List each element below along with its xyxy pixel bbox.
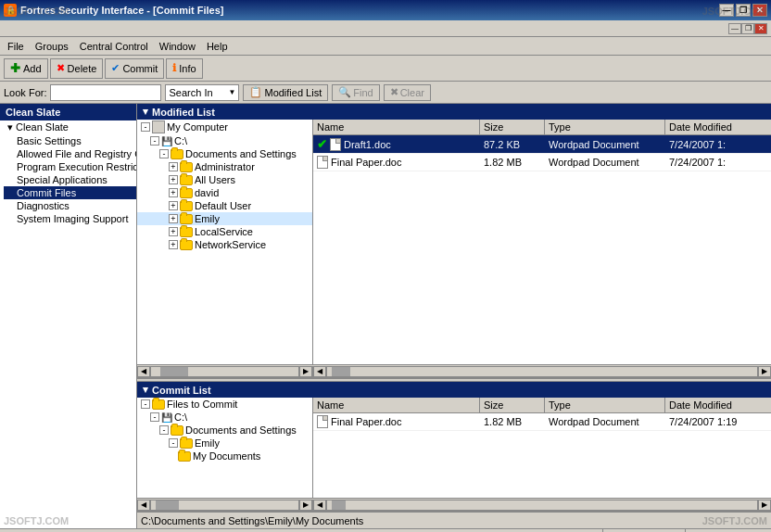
sidebar-item-system-imaging[interactable]: System Imaging Support [4, 212, 136, 225]
cl-tree-scrollbar: ◀ ▶ [137, 500, 313, 511]
expander-allusers[interactable]: + [169, 175, 178, 184]
ml-file-name-0: ✔ Draft1.doc [313, 135, 480, 153]
modified-list-tree[interactable]: - My Computer - 💾 C:\ - Documents and Se… [137, 120, 313, 364]
ml-scrollbar-h-right[interactable] [326, 366, 758, 377]
ml-file-scroll-left[interactable]: ◀ [313, 366, 326, 377]
menu-item-help[interactable]: Help [201, 39, 234, 54]
sub-close-button[interactable]: ✕ [754, 23, 767, 34]
ml-tree-defaultuser[interactable]: + Default User [137, 199, 312, 212]
expander-c[interactable]: - [150, 136, 159, 146]
sidebar-item-allowed-file[interactable]: Allowed File and Registry Operations [4, 147, 136, 160]
ml-scrollbar-thumb-right [332, 367, 350, 376]
sidebar-item-program-exec[interactable]: Program Execution Restrictions [4, 160, 136, 173]
folder-admin-icon [180, 162, 193, 172]
expander-localservice[interactable]: + [169, 227, 178, 236]
add-button[interactable]: ✚ Add [4, 58, 48, 79]
cl-tree-mydocs[interactable]: My Documents [137, 450, 312, 462]
expander-cl-emily[interactable]: - [169, 438, 178, 448]
ml-tree-david[interactable]: + david [137, 186, 312, 199]
folder-defaultuser-icon [180, 201, 193, 211]
commit-list-scroll-area: ◀ ▶ ◀ ▶ [137, 498, 771, 511]
expander-mycomputer[interactable]: - [141, 122, 150, 132]
expand-icon: ▾ [7, 121, 16, 133]
sub-minimize-button[interactable]: — [728, 23, 741, 34]
minimize-button[interactable]: — [719, 4, 734, 17]
search-in-dropdown[interactable]: Search In ▼ [165, 84, 239, 101]
computer-icon [152, 120, 165, 133]
expander-david[interactable]: + [169, 188, 178, 197]
expander-cl-files[interactable]: - [141, 399, 150, 409]
cl-tree-c[interactable]: - 💾 C:\ [137, 411, 312, 424]
sidebar-item-special-apps[interactable]: Special Applications [4, 173, 136, 186]
cl-file-scroll-right[interactable]: ▶ [758, 500, 771, 511]
commit-list-tree[interactable]: - Files to Commit - 💾 C:\ - Documents an… [137, 398, 313, 498]
close-button[interactable]: ✕ [752, 4, 767, 17]
ml-tree-emily[interactable]: + Emily [137, 212, 312, 225]
ml-tree-allusers[interactable]: + All Users [137, 173, 312, 186]
clear-button[interactable]: ✖ Clear [384, 84, 431, 101]
sidebar-item-basic-settings[interactable]: Basic Settings [4, 134, 136, 147]
search-input[interactable] [50, 84, 161, 101]
ml-tree-mycomputer[interactable]: - My Computer [137, 120, 312, 134]
ml-tree-c[interactable]: - 💾 C:\ [137, 134, 312, 147]
folder-david-icon [180, 188, 193, 198]
ml-tree-networkservice[interactable]: + NetworkService [137, 238, 312, 251]
find-button[interactable]: 🔍 Find [332, 84, 379, 101]
cl-file-name-0: Final Paper.doc [313, 413, 480, 430]
col-date: Date Modified [665, 120, 771, 134]
ml-tree-administrator[interactable]: + Administrator [137, 160, 312, 173]
cl-tree-emily[interactable]: - Emily [137, 437, 312, 450]
sidebar-tree: ▾ Clean Slate Basic Settings Allowed Fil… [0, 120, 136, 225]
expander-cl-docs[interactable]: - [159, 425, 169, 435]
commit-button[interactable]: ✔ Commit [105, 58, 164, 79]
commit-list-file-pane: Name Size Type Date Modified Final Paper… [313, 398, 771, 498]
folder-localservice-icon [180, 227, 193, 237]
cl-scroll-left[interactable]: ◀ [137, 500, 150, 511]
ml-scroll-right[interactable]: ▶ [299, 366, 312, 377]
restore-button[interactable]: ❐ [736, 4, 751, 17]
expander-emily[interactable]: + [169, 214, 178, 223]
folder-docs-icon [171, 149, 183, 159]
drive-icon: 💾 [161, 136, 172, 146]
cl-tree-docs[interactable]: - Documents and Settings [137, 424, 312, 437]
cl-file-type-0: Wordpad Document [545, 413, 665, 430]
menu-item-groups[interactable]: Groups [30, 39, 74, 54]
sidebar-item-cleanslate[interactable]: ▾ Clean Slate [4, 120, 136, 134]
sidebar-item-commit-files[interactable]: Commit Files [4, 186, 136, 199]
sidebar-item-diagnostics[interactable]: Diagnostics [4, 199, 136, 212]
ml-file-type-0: Wordpad Document [545, 135, 665, 153]
ml-tree-localservice[interactable]: + LocalService [137, 225, 312, 238]
cl-file-scroll-left[interactable]: ◀ [313, 500, 326, 511]
sub-restore-button[interactable]: ❐ [741, 23, 754, 34]
delete-button[interactable]: ✖ Delete [50, 58, 104, 79]
add-icon: ✚ [10, 61, 20, 75]
modified-list-button[interactable]: 📋 Modified List [243, 84, 328, 101]
menu-item-file[interactable]: File [2, 39, 30, 54]
menu-item-central-control[interactable]: Central Control [74, 39, 154, 54]
ml-file-row-0[interactable]: ✔ Draft1.doc 87.2 KB Wordpad Document 7/… [313, 135, 771, 154]
ml-tree-docs[interactable]: - Documents and Settings [137, 147, 312, 160]
check-icon-0: ✔ [317, 137, 327, 151]
ml-file-row-1[interactable]: Final Paper.doc 1.82 MB Wordpad Document… [313, 154, 771, 171]
cl-scrollbar-h-left[interactable] [150, 500, 299, 511]
commit-list-header: ▾ Commit List [137, 382, 771, 398]
ml-file-size-0: 87.2 KB [480, 135, 545, 153]
ml-scroll-left[interactable]: ◀ [137, 366, 150, 377]
ml-file-size-1: 1.82 MB [480, 154, 545, 171]
menu-item-window[interactable]: Window [154, 39, 201, 54]
ml-scrollbar-h-left[interactable] [150, 366, 299, 377]
folder-cl-files-icon [152, 399, 165, 410]
cl-scrollbar-h-right[interactable] [326, 500, 758, 511]
expander-defaultuser[interactable]: + [169, 201, 178, 210]
cl-file-row-0[interactable]: Final Paper.doc 1.82 MB Wordpad Document… [313, 413, 771, 431]
expander-admin[interactable]: + [169, 162, 178, 171]
clear-icon: ✖ [390, 86, 398, 98]
expander-docs[interactable]: - [159, 149, 169, 158]
info-button[interactable]: ℹ Info [166, 58, 202, 79]
cl-tree-files[interactable]: - Files to Commit [137, 398, 312, 411]
expander-cl-c[interactable]: - [150, 412, 159, 422]
cl-scroll-right[interactable]: ▶ [299, 500, 312, 511]
menu-bar: File Groups Central Control Window Help [0, 37, 771, 56]
ml-file-scroll-right[interactable]: ▶ [758, 366, 771, 377]
expander-networkservice[interactable]: + [169, 240, 178, 249]
